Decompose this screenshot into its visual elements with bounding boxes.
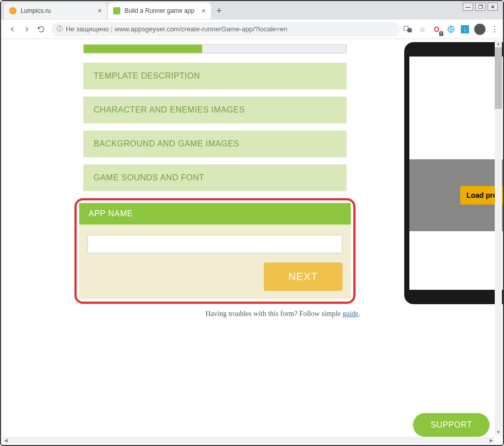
tab-title: Build a Runner game app [124, 7, 199, 14]
app-name-body: NEXT [79, 225, 351, 299]
vertical-scrollbar[interactable]: ▲ ▼ [495, 40, 502, 436]
scroll-up-icon[interactable]: ▲ [495, 40, 502, 47]
forward-button[interactable] [20, 22, 34, 36]
page-content: TEMPLATE DESCRIPTION CHARACTER AND ENEMI… [1, 39, 503, 444]
svg-rect-1 [407, 28, 411, 32]
scrollbar-thumb[interactable] [495, 47, 502, 109]
tab-runner-app[interactable]: Build a Runner game app × [108, 3, 211, 19]
new-tab-button[interactable]: + [212, 4, 226, 18]
guide-link[interactable]: guide [343, 310, 358, 318]
phone-preview: Load prev [404, 42, 503, 304]
tab-title: Lumpics.ru [21, 7, 95, 14]
window-controls: — ❐ ✕ [463, 3, 498, 11]
insecure-label: Не защищено [66, 25, 109, 33]
minimize-button[interactable]: — [463, 3, 473, 11]
translate-icon[interactable] [403, 25, 412, 34]
progress-fill [84, 45, 202, 53]
step-background-images[interactable]: BACKGROUND AND GAME IMAGES [83, 131, 347, 157]
favicon-icon [113, 7, 120, 14]
help-text: Having troubles with this form? Follow s… [78, 310, 488, 318]
app-name-section-highlight: APP NAME NEXT [75, 198, 355, 304]
menu-button[interactable]: ⋮ [491, 24, 499, 34]
close-tab-icon[interactable]: × [202, 7, 206, 15]
download-icon[interactable]: ↓ [461, 25, 469, 33]
scroll-down-icon[interactable]: ▼ [495, 429, 502, 436]
next-button[interactable]: NEXT [264, 263, 343, 291]
back-button[interactable] [5, 22, 20, 36]
step-character-images[interactable]: CHARACTER AND ENEMIES IMAGES [83, 97, 347, 123]
scroll-left-icon[interactable]: ◀ [2, 437, 9, 444]
favicon-icon [9, 7, 16, 14]
url-text: www.appsgeyser.com/create-runnerGame-app… [115, 25, 287, 33]
support-button[interactable]: SUPPORT [413, 413, 490, 437]
extension-opera-icon[interactable]: O7 [432, 25, 441, 34]
app-name-header: APP NAME [79, 203, 351, 225]
profile-avatar[interactable] [474, 24, 485, 35]
progress-bar [83, 44, 347, 53]
scroll-right-icon[interactable]: ▶ [488, 437, 495, 444]
url-field[interactable]: ⓘ Не защищено | www.appsgeyser.com/creat… [51, 22, 400, 36]
tab-strip: Lumpics.ru × Build a Runner game app × + [1, 1, 503, 20]
step-template-description[interactable]: TEMPLATE DESCRIPTION [83, 63, 347, 89]
info-icon: ⓘ [57, 25, 63, 33]
preview-gray-area: Load prev [409, 159, 503, 231]
maximize-button[interactable]: ❐ [475, 3, 485, 11]
phone-screen: Load prev [409, 57, 503, 290]
reload-button[interactable] [34, 22, 48, 36]
toolbar-icons: ☆ O7 ↓ ⋮ [403, 24, 499, 35]
close-tab-icon[interactable]: × [98, 7, 102, 15]
tab-lumpics[interactable]: Lumpics.ru × [4, 3, 107, 19]
star-icon[interactable]: ☆ [418, 25, 427, 34]
horizontal-scrollbar[interactable]: ◀ ▶ [2, 437, 495, 444]
step-sounds-font[interactable]: GAME SOUNDS AND FONT [83, 164, 347, 191]
app-name-input[interactable] [87, 235, 343, 253]
close-window-button[interactable]: ✕ [488, 3, 498, 11]
globe-icon[interactable] [446, 25, 456, 34]
address-bar: ⓘ Не защищено | www.appsgeyser.com/creat… [1, 20, 503, 39]
